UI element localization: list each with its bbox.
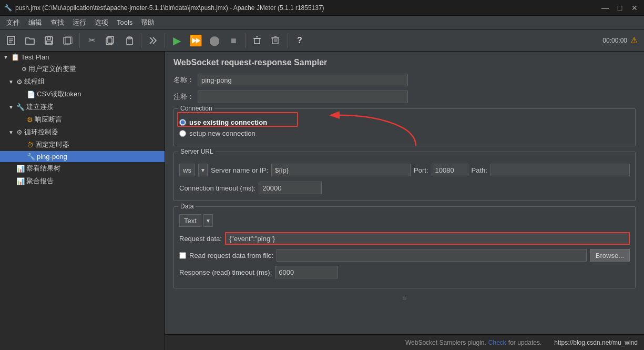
menu-help[interactable]: 帮助 xyxy=(137,17,159,28)
label-view-results: 察看结果树 xyxy=(26,164,60,173)
sidebar-item-fixed-timer[interactable]: ⏱ 固定定时器 xyxy=(0,138,165,151)
file-path-input[interactable] xyxy=(277,249,586,262)
label-loop-ctrl: 循环控制器 xyxy=(24,127,58,137)
shutdown-button[interactable]: ⏹ xyxy=(224,32,242,49)
help-button[interactable]: ? xyxy=(291,32,309,49)
window-controls: — □ ✕ xyxy=(600,3,640,13)
conn-timeout-input[interactable] xyxy=(259,182,322,194)
data-type-row: Text ▼ xyxy=(179,214,630,227)
menu-find[interactable]: 查找 xyxy=(46,17,68,28)
maximize-button[interactable]: □ xyxy=(615,3,625,13)
connection-group-title: Connection xyxy=(178,105,214,112)
start-button[interactable]: ▶ xyxy=(168,32,186,49)
read-from-file-row: Read request data from file: Browse... xyxy=(179,249,630,262)
svg-rect-10 xyxy=(108,36,114,43)
main-panel: WebSocket request-response Sampler 名称： 注… xyxy=(165,52,644,309)
name-row: 名称： xyxy=(173,74,636,86)
request-data-label: Request data: xyxy=(179,235,222,243)
response-timeout-label: Response (read) timeout (ms): xyxy=(179,268,272,276)
save-all-button[interactable] xyxy=(59,32,77,49)
label-user-vars: 用户定义的变量 xyxy=(28,64,76,74)
sidebar-item-response-assert[interactable]: ⚙ 响应断言 xyxy=(0,113,165,126)
request-data-row: Request data: xyxy=(179,232,630,245)
data-group-title: Data xyxy=(178,203,196,210)
label-ping-pong: ping-pong xyxy=(37,153,67,161)
close-button[interactable]: ✕ xyxy=(629,3,640,13)
icon-view-results: 📊 xyxy=(16,165,25,173)
svg-rect-6 xyxy=(46,41,52,44)
name-input[interactable] xyxy=(198,74,408,86)
main-layout: ▼ 📋 Test Plan ⚙ 用户定义的变量 ▼ ⚙ 线程组 📄 CSV读取t… xyxy=(0,52,644,350)
title-bar: 🔧 push.jmx (C:\Mu\application\test\apach… xyxy=(0,0,644,16)
arrow-test-plan: ▼ xyxy=(2,54,9,60)
menu-run[interactable]: 运行 xyxy=(68,17,90,28)
comment-input[interactable] xyxy=(198,91,408,103)
menu-edit[interactable]: 编辑 xyxy=(24,17,46,28)
comment-row: 注释： xyxy=(173,91,636,103)
paste-button[interactable] xyxy=(120,32,138,49)
label-test-plan: Test Plan xyxy=(21,53,49,61)
request-data-input[interactable] xyxy=(225,232,630,245)
port-input[interactable] xyxy=(432,164,468,176)
menu-tools[interactable]: Tools xyxy=(113,17,137,28)
use-existing-radio[interactable] xyxy=(179,119,186,126)
toolbar-sep-3 xyxy=(165,33,165,48)
use-existing-row: use existing connection xyxy=(179,116,630,126)
label-csv: CSV读取token xyxy=(37,89,81,99)
connection-timeout-row: Connection timeout (ms): xyxy=(179,182,630,194)
status-url: https://blog.csdn.net/mu_wind xyxy=(554,339,638,346)
port-label: Port: xyxy=(414,166,428,174)
arrow-establish-conn: ▼ xyxy=(7,104,15,110)
stop-button[interactable]: ⬤ xyxy=(206,32,223,49)
sidebar-item-test-plan[interactable]: ▼ 📋 Test Plan xyxy=(0,52,165,63)
connection-group: Connection use existing conn xyxy=(173,108,636,146)
icon-ping-pong: 🔧 xyxy=(27,153,35,161)
menu-file[interactable]: 文件 xyxy=(2,17,24,28)
svg-rect-7 xyxy=(64,37,70,44)
menu-options[interactable]: 选项 xyxy=(90,17,113,28)
icon-agg-report: 📊 xyxy=(16,177,25,185)
cut-button[interactable]: ✂ xyxy=(83,32,100,49)
path-input[interactable] xyxy=(490,164,630,176)
data-group: Data Text ▼ Request data: Read request d… xyxy=(173,206,636,288)
use-existing-label: use existing connection xyxy=(189,118,267,126)
sidebar-item-user-vars[interactable]: ⚙ 用户定义的变量 xyxy=(0,63,165,75)
response-timeout-input[interactable] xyxy=(275,266,338,278)
for-updates: for updates. xyxy=(508,339,541,346)
clear-button[interactable] xyxy=(248,32,266,49)
data-type-dropdown[interactable]: ▼ xyxy=(203,214,213,227)
toolbar-sep-2 xyxy=(141,33,141,48)
clear-all-button[interactable] xyxy=(267,32,285,49)
check-link[interactable]: Check xyxy=(488,339,506,346)
server-url-group: Server URL ws ▼ Server name or IP: Port:… xyxy=(173,152,636,201)
expand-button[interactable] xyxy=(144,32,162,49)
start-no-pause-button[interactable]: ⏩ xyxy=(187,32,205,49)
save-button[interactable] xyxy=(40,32,58,49)
server-url-title: Server URL xyxy=(178,148,216,155)
icon-loop-ctrl: ⚙ xyxy=(16,128,23,136)
sidebar: ▼ 📋 Test Plan ⚙ 用户定义的变量 ▼ ⚙ 线程组 📄 CSV读取t… xyxy=(0,52,165,350)
protocol-dropdown[interactable]: ▼ xyxy=(198,164,208,176)
toolbar-sep-5 xyxy=(288,33,288,48)
response-timeout-row: Response (read) timeout (ms): xyxy=(179,266,630,278)
minimize-button[interactable]: — xyxy=(600,3,610,13)
open-button[interactable] xyxy=(21,32,39,49)
icon-csv: 📄 xyxy=(27,91,35,98)
sidebar-item-agg-report[interactable]: 📊 聚合报告 xyxy=(0,175,165,187)
server-name-input[interactable] xyxy=(271,164,411,176)
icon-establish-conn: 🔧 xyxy=(16,103,25,111)
sidebar-item-loop-ctrl[interactable]: ▼ ⚙ 循环控制器 xyxy=(0,126,165,138)
sidebar-item-thread-group1[interactable]: ▼ ⚙ 线程组 xyxy=(0,75,165,88)
label-agg-report: 聚合报告 xyxy=(26,176,54,186)
setup-new-radio[interactable] xyxy=(179,130,186,137)
sidebar-item-establish-conn[interactable]: ▼ 🔧 建立连接 xyxy=(0,101,165,113)
copy-button[interactable] xyxy=(101,32,119,49)
sidebar-item-csv-token[interactable]: 📄 CSV读取token xyxy=(0,88,165,101)
name-label: 名称： xyxy=(173,75,195,85)
browse-button[interactable]: Browse... xyxy=(590,249,630,262)
new-button[interactable] xyxy=(2,32,20,49)
read-from-file-checkbox[interactable] xyxy=(179,252,186,259)
sidebar-item-ping-pong[interactable]: 🔧 ping-pong xyxy=(0,151,165,162)
sidebar-item-view-results[interactable]: 📊 察看结果树 xyxy=(0,162,165,175)
label-fixed-timer: 固定定时器 xyxy=(35,140,69,149)
